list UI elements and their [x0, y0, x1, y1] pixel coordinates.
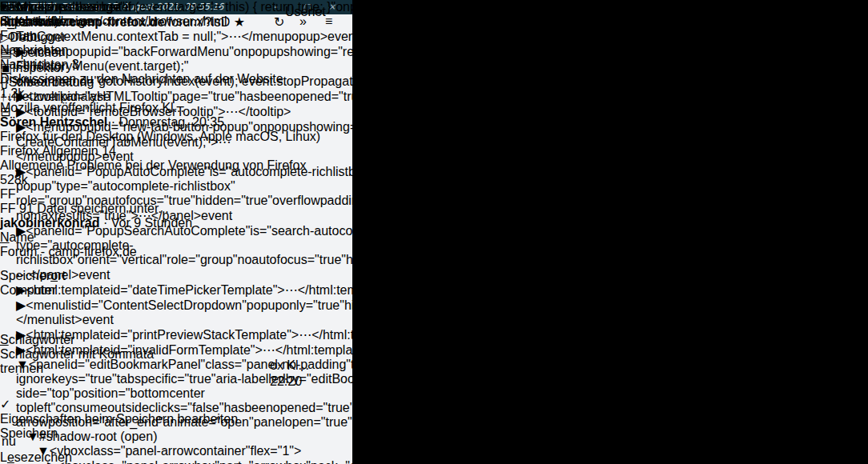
collapsed-content-icon[interactable]: ⋯	[139, 209, 151, 222]
markup-line[interactable]: </menupopup>event	[0, 150, 527, 164]
expand-arrow-icon[interactable]: ▼	[26, 430, 39, 443]
markup-line[interactable]: ▶<panelid="PopupSearchAutoComplete"is="s…	[0, 223, 527, 238]
expand-arrow-icon[interactable]: ▶	[16, 45, 26, 58]
collapsed-content-icon[interactable]: ⋯	[394, 74, 407, 88]
markup-line[interactable]: TabContextMenu.contextTab = null;">⋯</me…	[0, 29, 527, 44]
collapsed-content-icon[interactable]: ⋯	[16, 268, 29, 282]
collapsed-content-icon[interactable]: ⋯	[377, 90, 390, 103]
expand-arrow-icon[interactable]: ▶	[16, 105, 26, 118]
markup-view: onpopupshowing="if (event.target != this…	[0, 0, 527, 464]
markup-line[interactable]: ⋯</panel>event	[0, 267, 527, 282]
markup-line[interactable]: side="top"position="bottomcenter topleft…	[0, 386, 527, 415]
expand-arrow-icon[interactable]: ▶	[16, 90, 26, 103]
markup-line[interactable]: arrowposition="after_end"animate="open"p…	[0, 415, 527, 430]
event-badge[interactable]: event	[78, 268, 110, 282]
expand-arrow-icon[interactable]: ▼	[37, 444, 50, 458]
annotated-attribute: id="editBookmarkPanel"	[67, 358, 205, 371]
event-badge[interactable]: event	[102, 150, 134, 163]
event-badge[interactable]: event	[493, 74, 524, 88]
markup-line[interactable]: type="autocomplete-richlistbox"orient="v…	[0, 238, 527, 267]
expand-arrow-icon[interactable]: ▶	[16, 298, 26, 312]
collapsed-content-icon[interactable]: ⋯	[228, 30, 241, 43]
markup-line[interactable]: ▼#shadow-root (open)	[0, 430, 527, 444]
collapsed-content-icon[interactable]: ⋯	[226, 105, 239, 118]
event-badge[interactable]: event	[201, 209, 232, 222]
markup-line[interactable]: oncommand="gotoHistoryIndex(event); even…	[0, 74, 527, 89]
expand-arrow-icon[interactable]: ▶	[16, 165, 26, 178]
collapsed-content-icon[interactable]: ⋯	[218, 135, 231, 149]
markup-line[interactable]: ▼<panelid="editBookmarkPanel"class="pane…	[0, 358, 527, 372]
collapsed-content-icon[interactable]: ⋯	[263, 343, 275, 357]
screenshot-root: 91.0 [TEST], Dienstag, 17. August 2021, …	[0, 0, 868, 464]
markup-line[interactable]: nomaxresults="true">⋯</panel>event	[0, 208, 527, 223]
markup-line[interactable]: ▶<html:templateid="dateTimePickerTemplat…	[0, 282, 527, 298]
expand-arrow-icon[interactable]: ▶	[16, 328, 26, 342]
markup-line[interactable]: ▶<menupopupid="new-tab-button-popup"onpo…	[0, 119, 527, 150]
markup-line[interactable]: ▶<panelid="PopupAutoComplete"is="autocom…	[0, 164, 527, 194]
markup-line[interactable]: role="group"noautofocus="true"hidden="tr…	[0, 194, 527, 208]
expand-arrow-icon[interactable]: ▶	[16, 283, 26, 297]
markup-line[interactable]: ▶<menulistid="ContentSelectDropdown"popu…	[0, 298, 527, 327]
expand-arrow-icon[interactable]: ▶	[47, 459, 57, 464]
markup-line[interactable]: ▶<html:templateid="printPreviewStackTemp…	[0, 327, 527, 342]
event-badge[interactable]: event	[360, 415, 391, 429]
expand-arrow-icon[interactable]: ▶	[16, 343, 26, 357]
markup-line[interactable]: ▼<vboxclass="panel-arrowcontainer"flex="…	[0, 444, 527, 458]
collapsed-content-icon[interactable]: ⋯	[299, 328, 311, 342]
shadow-root-label: #shadow-root (open)	[39, 430, 158, 443]
event-badge[interactable]: event	[82, 313, 114, 326]
markup-line[interactable]: ▶<boxclass="panel-arrowbox"part="arrowbo…	[0, 458, 527, 464]
expand-arrow-icon[interactable]: ▼	[16, 358, 29, 371]
expand-arrow-icon[interactable]: ▶	[16, 224, 26, 238]
markup-line[interactable]: onpopupshowing="if (event.target != this…	[0, 0, 527, 29]
collapsed-content-icon[interactable]: ⋯	[285, 283, 298, 297]
markup-line[interactable]: ignorekeys="true"tabspecific="true"aria-…	[0, 372, 527, 386]
expand-arrow-icon[interactable]: ▶	[16, 120, 26, 134]
markup-line[interactable]: ▶<tooltipid="remoteBrowserTooltip">⋯</to…	[0, 104, 527, 119]
event-badge[interactable]: event	[328, 30, 359, 43]
markup-line[interactable]: ▶<tooltipid="aHTMLTooltip"page="true"has…	[0, 89, 527, 104]
markup-line[interactable]: ▶<menupopupid="backForwardMenu"onpopupsh…	[0, 44, 527, 74]
markup-line[interactable]: ▶<html:templateid="invalidFormTemplate">…	[0, 342, 527, 358]
collapsed-content-icon[interactable]: ⋯	[429, 298, 442, 312]
